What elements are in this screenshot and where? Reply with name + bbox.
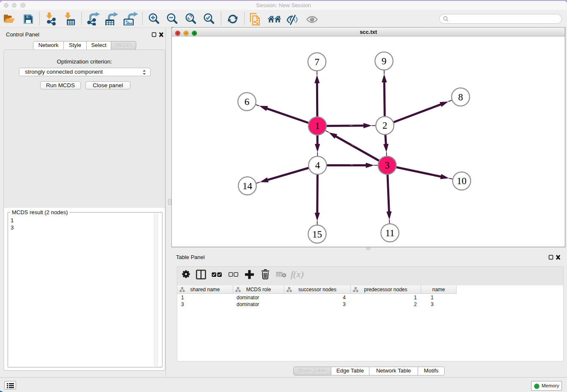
- svg-text:8: 8: [458, 92, 463, 102]
- svg-text:6: 6: [245, 97, 250, 107]
- svg-text:1: 1: [315, 121, 320, 131]
- svg-text:3: 3: [385, 160, 390, 171]
- svg-text:14: 14: [242, 181, 253, 191]
- svg-text:15: 15: [312, 229, 322, 240]
- svg-text:10: 10: [457, 176, 467, 186]
- svg-text:7: 7: [314, 57, 319, 67]
- svg-text:9: 9: [382, 56, 387, 66]
- svg-text:2: 2: [383, 120, 388, 131]
- svg-text:11: 11: [385, 228, 394, 238]
- svg-text:4: 4: [315, 160, 320, 171]
